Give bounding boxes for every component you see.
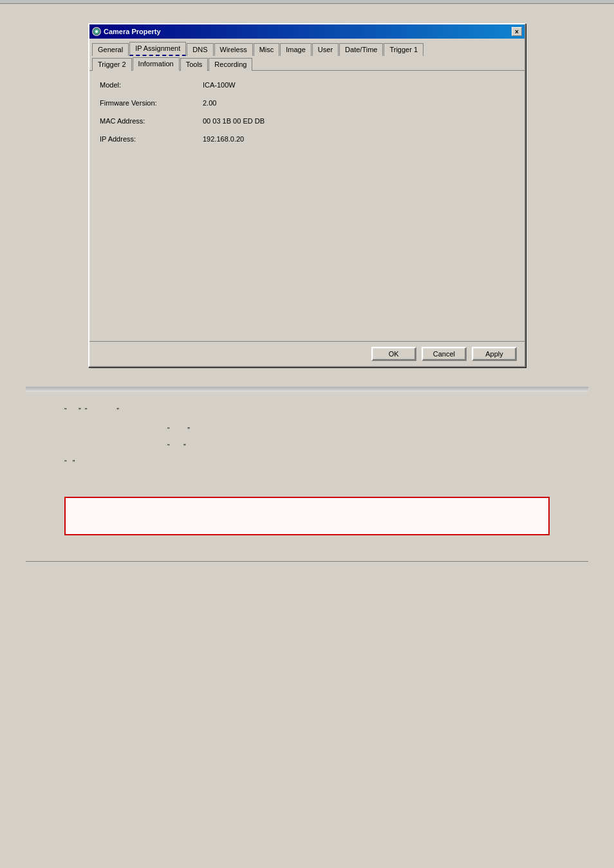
firmware-row: Firmware Version: 2.00 xyxy=(100,99,514,107)
dialog-title: Camera Property xyxy=(104,28,161,35)
ip-value: 192.168.0.20 xyxy=(203,135,244,143)
tab-trigger2[interactable]: Trigger 2 xyxy=(92,58,132,71)
button-bar: OK Cancel Apply xyxy=(89,341,525,366)
red-box xyxy=(64,497,550,535)
tab-tools[interactable]: Tools xyxy=(180,58,209,71)
mac-row: MAC Address: 00 03 1B 00 ED DB xyxy=(100,117,514,125)
title-bar: Camera Property × xyxy=(89,24,525,39)
tab-general[interactable]: General xyxy=(92,43,129,56)
tab-ip-assignment[interactable]: IP Assignment xyxy=(129,42,186,56)
tab-user[interactable]: User xyxy=(312,43,339,56)
text-line-1: “ ” “ ” xyxy=(64,405,550,418)
tab-trigger1[interactable]: Trigger 1 xyxy=(384,43,423,56)
close-button[interactable]: × xyxy=(512,27,522,36)
tab-information[interactable]: Information xyxy=(133,57,180,71)
text-section: “ ” “ ” “ ” “ ” “ ” xyxy=(26,392,588,486)
mac-label: MAC Address: xyxy=(100,117,203,125)
firmware-label: Firmware Version: xyxy=(100,99,203,107)
tab-bar: General IP Assignment DNS Wireless Misc … xyxy=(89,39,525,71)
separator-bar xyxy=(26,387,588,392)
tab-datetime[interactable]: Date/Time xyxy=(339,43,383,56)
firmware-value: 2.00 xyxy=(203,99,216,107)
tab-misc[interactable]: Misc xyxy=(254,43,280,56)
tab-dns[interactable]: DNS xyxy=(187,43,213,56)
text-line-2: “ ” xyxy=(64,424,550,437)
model-row: Model: ICA-100W xyxy=(100,81,514,89)
ip-row: IP Address: 192.168.0.20 xyxy=(100,135,514,143)
tab-row-1: General IP Assignment DNS Wireless Misc … xyxy=(89,39,525,55)
tab-wireless[interactable]: Wireless xyxy=(214,43,253,56)
model-value: ICA-100W xyxy=(203,81,236,89)
bottom-separator xyxy=(26,561,588,562)
mac-value: 00 03 1B 00 ED DB xyxy=(203,117,265,125)
title-bar-left: Camera Property xyxy=(92,27,161,36)
camera-property-dialog: Camera Property × General IP Assignment … xyxy=(88,23,526,367)
tab-row-2: Trigger 2 Information Tools Recording xyxy=(89,55,525,70)
tab-image[interactable]: Image xyxy=(280,43,312,56)
text-line-4: “ ” xyxy=(64,457,550,470)
content-area: Model: ICA-100W Firmware Version: 2.00 M… xyxy=(89,71,525,341)
cancel-button[interactable]: Cancel xyxy=(422,347,467,361)
camera-icon xyxy=(92,27,101,36)
svg-point-1 xyxy=(95,30,98,33)
text-line-3: “ ” xyxy=(64,441,550,454)
model-label: Model: xyxy=(100,81,203,89)
ip-label: IP Address: xyxy=(100,135,203,143)
ok-button[interactable]: OK xyxy=(371,347,416,361)
tab-recording[interactable]: Recording xyxy=(209,58,252,71)
apply-button[interactable]: Apply xyxy=(472,347,517,361)
